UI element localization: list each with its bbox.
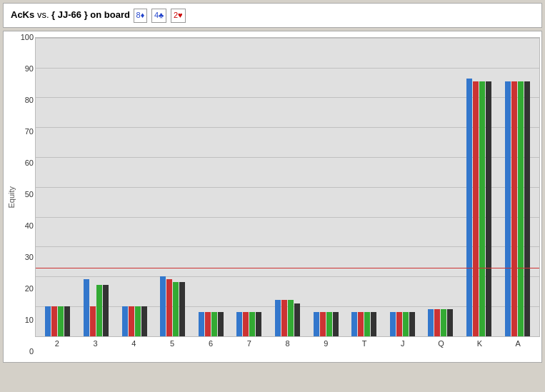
bar-5-black — [179, 282, 185, 336]
y-axis-title: Equity — [7, 186, 16, 208]
bar-6-blue — [199, 312, 204, 336]
bar-group-3 — [77, 279, 116, 336]
bar-7-black — [256, 312, 261, 336]
chart-container: Equity 100 90 80 70 60 50 40 30 20 10 0 — [3, 31, 542, 363]
bar-7-green — [249, 312, 255, 336]
x-label-5: 5 — [153, 337, 191, 354]
bar-9-green — [326, 312, 332, 336]
x-label-J: J — [384, 337, 422, 354]
bar-4-green — [135, 306, 141, 336]
y-label-70: 70 — [25, 127, 34, 136]
bar-Q-blue — [428, 309, 434, 336]
x-label-4: 4 — [115, 337, 154, 354]
bar-7-red — [243, 312, 249, 336]
bar-8-blue — [275, 300, 281, 336]
hand1-label: AcKs — [11, 9, 34, 20]
bar-3-green — [96, 285, 102, 336]
bar-group-Q — [421, 309, 460, 336]
bar-8-black — [294, 303, 300, 336]
bar-group-8 — [269, 300, 307, 336]
bar-J-black — [409, 312, 415, 336]
bar-3-black — [103, 285, 109, 336]
x-label-8: 8 — [269, 337, 307, 354]
vs-label: vs. — [37, 9, 51, 20]
bar-3-red — [90, 306, 96, 336]
bar-group-2 — [39, 306, 77, 336]
bar-A-green — [518, 81, 524, 336]
bar-T-red — [358, 312, 364, 336]
bar-4-red — [129, 306, 134, 336]
y-label-50: 50 — [25, 190, 34, 198]
bar-8-red — [281, 300, 287, 336]
bar-K-black — [486, 81, 491, 336]
bar-group-7 — [230, 312, 269, 336]
bar-group-4 — [115, 306, 154, 336]
hand2-label: { JJ-66 } — [51, 9, 88, 20]
y-label-100: 100 — [21, 33, 34, 41]
bar-9-blue — [314, 312, 319, 336]
bar-6-red — [205, 312, 211, 336]
reference-line — [36, 268, 539, 268]
x-label-K: K — [460, 337, 499, 354]
bar-group-6 — [191, 312, 230, 336]
bar-9-red — [320, 312, 326, 336]
y-label-60: 60 — [25, 159, 34, 167]
board-card-2: 4♣ — [151, 9, 166, 23]
bar-2-green — [58, 306, 64, 336]
board-card-3: 2♥ — [171, 9, 186, 23]
bar-5-blue — [160, 276, 166, 336]
bar-group-J — [383, 312, 421, 336]
bar-4-blue — [122, 306, 128, 336]
bar-J-green — [403, 312, 409, 336]
bar-6-green — [211, 312, 217, 336]
x-label-7: 7 — [230, 337, 269, 354]
y-label-80: 80 — [25, 96, 34, 104]
x-label-2: 2 — [38, 337, 76, 354]
bar-Q-red — [434, 309, 440, 336]
bar-6-black — [218, 312, 224, 336]
main-container: AcKs vs. { JJ-66 } on board 8♦ 4♣ 2♥ Equ… — [0, 0, 545, 392]
bar-group-5 — [154, 276, 192, 336]
bar-group-A — [498, 81, 536, 336]
board-card-1: 8♦ — [134, 9, 148, 23]
bar-A-blue — [505, 81, 511, 336]
header-box: AcKs vs. { JJ-66 } on board 8♦ 4♣ 2♥ — [3, 3, 542, 28]
bar-K-red — [473, 81, 479, 336]
x-label-T: T — [345, 337, 384, 354]
bar-5-red — [166, 279, 172, 336]
bar-8-green — [288, 300, 294, 336]
bar-Q-black — [447, 309, 453, 336]
y-label-90: 90 — [25, 64, 34, 73]
bar-Q-green — [441, 309, 446, 336]
bar-group-9 — [306, 312, 345, 336]
bar-4-black — [141, 306, 147, 336]
bar-9-black — [333, 312, 339, 336]
bar-J-blue — [390, 312, 396, 336]
bar-2-red — [51, 306, 57, 336]
bar-group-T — [345, 312, 384, 336]
x-label-A: A — [499, 337, 537, 354]
bar-K-green — [479, 81, 485, 336]
on-board-label: on board — [90, 9, 132, 20]
bar-3-blue — [84, 279, 89, 336]
bar-7-blue — [236, 312, 242, 336]
x-label-6: 6 — [191, 337, 230, 354]
bar-T-blue — [351, 312, 357, 336]
bar-group-K — [460, 79, 499, 336]
bar-J-red — [396, 312, 402, 336]
x-label-Q: Q — [422, 337, 461, 354]
y-label-30: 30 — [25, 253, 34, 261]
y-label-20: 20 — [25, 284, 34, 293]
y-label-0: 0 — [29, 347, 34, 356]
y-label-10: 10 — [25, 316, 34, 324]
y-label-40: 40 — [25, 221, 34, 230]
bar-2-blue — [45, 306, 51, 336]
bar-T-black — [371, 312, 376, 336]
bar-K-blue — [466, 79, 472, 336]
x-label-3: 3 — [76, 337, 115, 354]
bar-5-green — [173, 282, 179, 336]
x-label-9: 9 — [306, 337, 345, 354]
bar-A-black — [524, 81, 530, 336]
bar-2-black — [64, 306, 70, 336]
bar-A-red — [511, 81, 517, 336]
